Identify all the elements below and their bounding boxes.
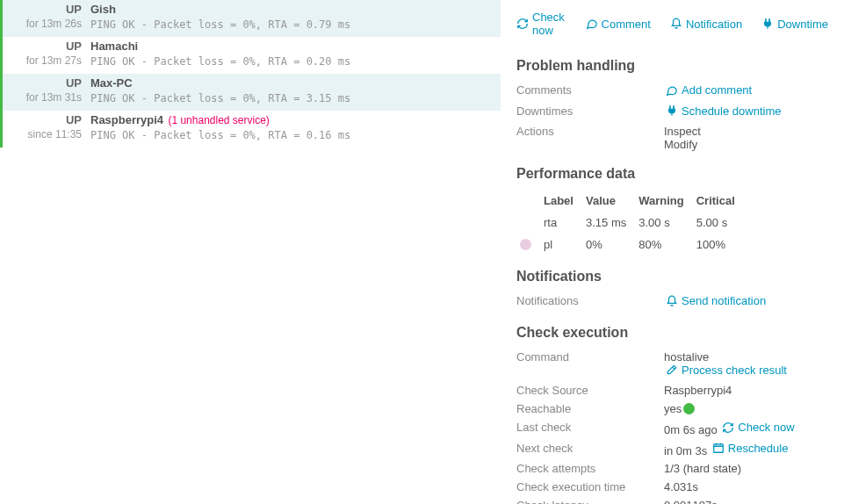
perf-value: 0% — [586, 234, 637, 255]
check-output: PING OK - Packet loss = 0%, RTA = 3.15 m… — [90, 92, 350, 104]
perf-header-critical: Critical — [696, 191, 746, 211]
since-label: for 13m 31s — [3, 91, 82, 104]
host-name: Raspberrypi4 — [90, 113, 163, 126]
perf-header-warning: Warning — [638, 191, 695, 211]
state-badge: UP — [3, 76, 82, 90]
host-name: Max-PC — [90, 76, 133, 90]
add-comment-label: Add comment — [682, 83, 752, 97]
send-notification-label: Send notification — [682, 294, 766, 307]
reschedule-label: Reschedule — [728, 442, 789, 455]
perf-warning: 3.00 s — [638, 212, 695, 233]
check-source-label: Check Source — [516, 384, 664, 397]
downtime-link[interactable]: Downtime — [761, 11, 828, 37]
perf-critical: 100% — [696, 234, 746, 255]
perf-warning: 80% — [638, 234, 695, 255]
problem-handling-heading: Problem handling — [516, 58, 828, 74]
plug-icon — [761, 18, 774, 30]
host-row[interactable]: UPsince 11:35Raspberrypi4 (1 unhandled s… — [0, 111, 501, 148]
perf-dot-icon — [520, 239, 531, 250]
state-badge: UP — [3, 113, 82, 126]
check-exec-time-value: 4.031s — [664, 480, 828, 493]
check-source-value: Raspberrypi4 — [664, 384, 828, 397]
modify-link[interactable]: Modify — [664, 138, 828, 151]
performance-table: LabelValueWarningCriticalrta3.15 ms3.00 … — [516, 189, 828, 256]
next-check-value: in 0m 3s — [664, 443, 707, 457]
perf-row: rta3.15 ms3.00 s5.00 s — [518, 212, 746, 233]
notifications-label: Notifications — [516, 294, 664, 310]
reschedule-link[interactable]: Reschedule — [712, 442, 789, 455]
since-label: since 11:35 — [3, 128, 82, 140]
detail-pane: Check now Comment Notification Downtime … — [501, 0, 844, 504]
comments-row: Comments Add comment — [516, 81, 828, 102]
perf-value: 3.15 ms — [586, 212, 637, 233]
check-attempts-label: Check attempts — [516, 462, 664, 475]
process-check-result-link[interactable]: Process check result — [666, 364, 787, 377]
reachable-row: Reachable yes — [516, 400, 828, 418]
check-now-link[interactable]: Check now — [516, 11, 566, 37]
perf-critical: 5.00 s — [696, 212, 746, 233]
check-latency-value: 0.001187s — [664, 499, 828, 504]
downtimes-row: Downtimes Schedule downtime — [516, 102, 828, 123]
host-name: Hamachi — [90, 40, 138, 53]
bell-icon — [670, 18, 682, 30]
action-bar: Check now Comment Notification Downtime — [516, 9, 828, 46]
notifications-heading: Notifications — [516, 269, 828, 284]
check-output: PING OK - Packet loss = 0%, RTA = 0.79 m… — [90, 18, 350, 31]
since-label: for 13m 27s — [3, 54, 82, 67]
comment-icon — [586, 18, 598, 30]
host-name: Gish — [90, 3, 116, 16]
check-output: PING OK - Packet loss = 0%, RTA = 0.16 m… — [90, 129, 350, 141]
comment-link[interactable]: Comment — [586, 11, 651, 37]
check-attempts-row: Check attempts 1/3 (hard state) — [516, 459, 828, 478]
host-row[interactable]: UPfor 13m 27sHamachiPING OK - Packet los… — [0, 37, 501, 74]
check-now-link-2[interactable]: Check now — [722, 421, 794, 434]
comments-label: Comments — [516, 83, 664, 99]
send-notification-link[interactable]: Send notification — [666, 294, 766, 307]
unhandled-warning: (1 unhandled service) — [165, 114, 270, 126]
calendar-icon — [712, 442, 725, 454]
perf-label: pl — [544, 234, 584, 255]
status-dot-icon — [683, 403, 695, 414]
state-badge: UP — [3, 3, 82, 16]
host-row[interactable]: UPfor 13m 26sGishPING OK - Packet loss =… — [0, 0, 501, 37]
schedule-downtime-link[interactable]: Schedule downtime — [666, 104, 781, 118]
actions-row: Actions Inspect Modify — [516, 122, 828, 154]
next-check-label: Next check — [516, 442, 664, 457]
bell-icon — [666, 295, 678, 307]
reachable-value: yes — [664, 402, 682, 415]
downtimes-label: Downtimes — [516, 104, 664, 120]
inspect-link[interactable]: Inspect — [664, 125, 828, 138]
svg-rect-0 — [714, 444, 724, 452]
refresh-icon — [722, 421, 734, 434]
command-value: hostalive — [664, 350, 709, 364]
notification-label: Notification — [686, 18, 742, 31]
host-row[interactable]: UPfor 13m 31sMax-PCPING OK - Packet loss… — [0, 74, 501, 111]
check-execution-heading: Check execution — [516, 325, 828, 341]
check-exec-time-label: Check execution time — [516, 480, 664, 493]
state-badge: UP — [3, 40, 82, 53]
since-label: for 13m 26s — [3, 18, 82, 30]
edit-icon — [666, 364, 678, 376]
check-now-label-2: Check now — [738, 421, 794, 434]
perf-header-label: Label — [544, 191, 584, 211]
refresh-icon — [516, 18, 529, 30]
last-check-row: Last check 0m 6s ago Check now — [516, 418, 828, 439]
check-now-label: Check now — [532, 11, 566, 37]
comment-icon — [666, 84, 678, 97]
check-latency-row: Check latency 0.001187s — [516, 496, 828, 504]
check-exec-time-row: Check execution time 4.031s — [516, 478, 828, 496]
process-check-result-label: Process check result — [682, 364, 787, 377]
last-check-value: 0m 6s ago — [664, 423, 718, 436]
add-comment-link[interactable]: Add comment — [666, 83, 752, 97]
notification-link[interactable]: Notification — [670, 11, 742, 37]
comment-label: Comment — [602, 18, 651, 31]
perf-header-value: Value — [586, 191, 637, 211]
plug-icon — [666, 104, 678, 117]
last-check-label: Last check — [516, 421, 664, 436]
downtime-label: Downtime — [777, 18, 828, 31]
schedule-downtime-label: Schedule downtime — [682, 104, 781, 118]
host-list: UPfor 13m 26sGishPING OK - Packet loss =… — [0, 0, 501, 504]
next-check-row: Next check in 0m 3s Reschedule — [516, 439, 828, 460]
reachable-label: Reachable — [516, 402, 664, 415]
perf-row: pl0%80%100% — [518, 234, 746, 255]
